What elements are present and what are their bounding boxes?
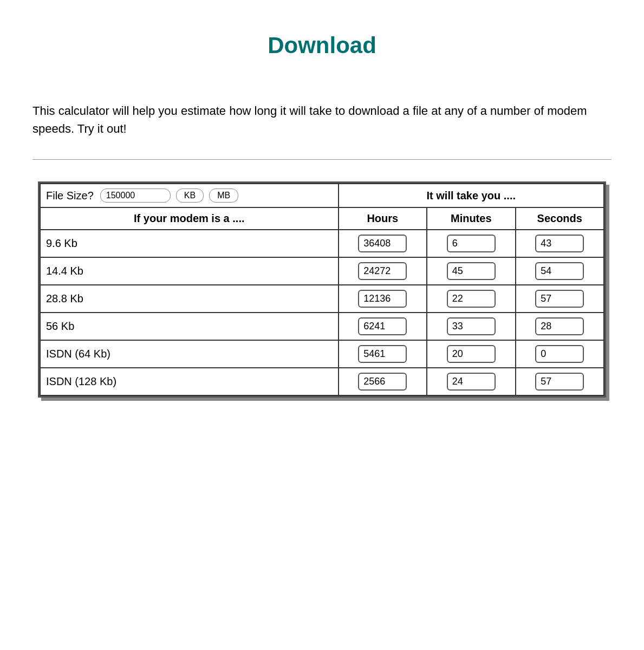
minutes-input[interactable] xyxy=(447,235,496,252)
minutes-input[interactable] xyxy=(447,262,496,280)
page-title: Download xyxy=(32,32,612,58)
minutes-input[interactable] xyxy=(447,373,496,391)
seconds-input[interactable] xyxy=(535,290,584,308)
calculator-table: File Size? KB MB It will take you .... I… xyxy=(40,183,604,396)
modem-name-cell: 28.8 Kb xyxy=(40,285,339,313)
hours-input[interactable] xyxy=(358,290,407,308)
seconds-cell xyxy=(516,313,604,340)
table-row: 28.8 Kb xyxy=(40,285,604,313)
minutes-cell xyxy=(427,285,515,313)
minutes-cell xyxy=(427,257,515,285)
seconds-cell xyxy=(516,230,604,257)
file-size-controls: File Size? KB MB xyxy=(46,188,333,203)
hours-input[interactable] xyxy=(358,345,407,363)
minutes-input[interactable] xyxy=(447,290,496,308)
table-row: ISDN (64 Kb) xyxy=(40,340,604,368)
seconds-input[interactable] xyxy=(535,235,584,252)
file-size-cell: File Size? KB MB xyxy=(40,184,339,207)
file-size-input[interactable] xyxy=(100,188,171,203)
minutes-cell xyxy=(427,313,515,340)
hours-cell xyxy=(339,257,427,285)
divider xyxy=(32,159,612,160)
seconds-input[interactable] xyxy=(535,317,584,335)
hours-input[interactable] xyxy=(358,373,407,391)
seconds-cell xyxy=(516,257,604,285)
modem-column-header: If your modem is a .... xyxy=(40,207,339,230)
modem-name-cell: 9.6 Kb xyxy=(40,230,339,257)
hours-cell xyxy=(339,340,427,368)
hours-cell xyxy=(339,285,427,313)
table-row: 56 Kb xyxy=(40,313,604,340)
hours-input[interactable] xyxy=(358,317,407,335)
calculator-wrapper: File Size? KB MB It will take you .... I… xyxy=(32,176,612,405)
hours-cell xyxy=(339,230,427,257)
hours-cell xyxy=(339,368,427,395)
modem-name-cell: ISDN (64 Kb) xyxy=(40,340,339,368)
minutes-input[interactable] xyxy=(447,317,496,335)
hours-input[interactable] xyxy=(358,235,407,252)
seconds-input[interactable] xyxy=(535,373,584,391)
seconds-cell xyxy=(516,340,604,368)
table-row: 9.6 Kb xyxy=(40,230,604,257)
kb-button[interactable]: KB xyxy=(176,188,204,203)
file-size-label: File Size? xyxy=(46,190,94,202)
table-row: ISDN (128 Kb) xyxy=(40,368,604,395)
modem-name-cell: 56 Kb xyxy=(40,313,339,340)
seconds-input[interactable] xyxy=(535,262,584,280)
minutes-input[interactable] xyxy=(447,345,496,363)
header-row: File Size? KB MB It will take you .... xyxy=(40,184,604,207)
minutes-cell xyxy=(427,230,515,257)
hours-input[interactable] xyxy=(358,262,407,280)
hours-cell xyxy=(339,313,427,340)
mb-button[interactable]: MB xyxy=(209,188,238,203)
hours-header: Hours xyxy=(339,207,427,230)
minutes-cell xyxy=(427,340,515,368)
calculator-table-container: File Size? KB MB It will take you .... I… xyxy=(38,181,606,398)
seconds-cell xyxy=(516,368,604,395)
seconds-input[interactable] xyxy=(535,345,584,363)
seconds-header: Seconds xyxy=(516,207,604,230)
minutes-cell xyxy=(427,368,515,395)
column-headers-row: If your modem is a .... Hours Minutes Se… xyxy=(40,207,604,230)
modem-name-cell: ISDN (128 Kb) xyxy=(40,368,339,395)
page-description: This calculator will help you estimate h… xyxy=(32,102,612,138)
it-will-take-header: It will take you .... xyxy=(339,184,604,207)
seconds-cell xyxy=(516,285,604,313)
table-row: 14.4 Kb xyxy=(40,257,604,285)
minutes-header: Minutes xyxy=(427,207,515,230)
modem-name-cell: 14.4 Kb xyxy=(40,257,339,285)
